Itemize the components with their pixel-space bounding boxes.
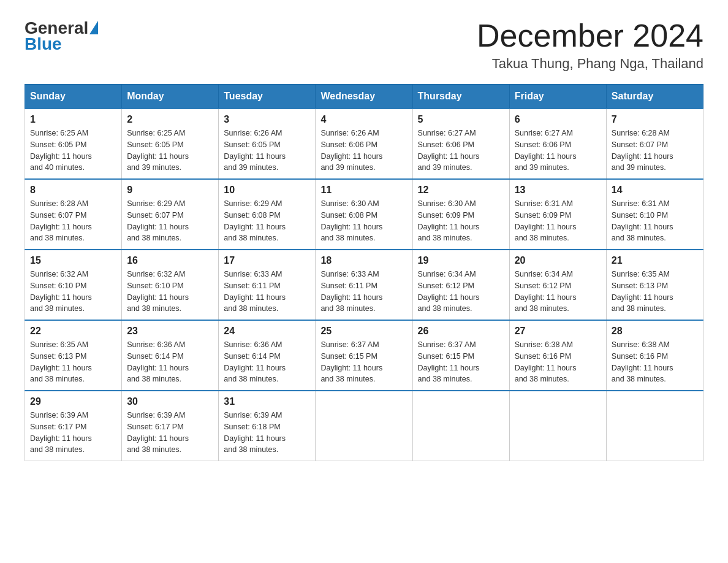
day-cell: 21 Sunrise: 6:35 AM Sunset: 6:13 PM Dayl… — [606, 250, 703, 320]
day-cell: 3 Sunrise: 6:26 AM Sunset: 6:05 PM Dayli… — [219, 109, 316, 179]
day-cell: 23 Sunrise: 6:36 AM Sunset: 6:14 PM Dayl… — [122, 320, 219, 391]
day-info: Sunrise: 6:37 AM Sunset: 6:15 PM Dayligh… — [320, 339, 407, 385]
header-cell-wednesday: Wednesday — [316, 85, 412, 109]
day-info: Sunrise: 6:26 AM Sunset: 6:06 PM Dayligh… — [320, 128, 407, 174]
header-cell-tuesday: Tuesday — [219, 85, 316, 109]
day-number: 7 — [612, 114, 698, 125]
day-cell: 11 Sunrise: 6:30 AM Sunset: 6:08 PM Dayl… — [316, 179, 412, 250]
day-info: Sunrise: 6:31 AM Sunset: 6:09 PM Dayligh… — [515, 198, 601, 244]
day-info: Sunrise: 6:35 AM Sunset: 6:13 PM Dayligh… — [612, 269, 698, 315]
header-cell-sunday: Sunday — [25, 85, 122, 109]
day-cell: 27 Sunrise: 6:38 AM Sunset: 6:16 PM Dayl… — [509, 320, 606, 391]
week-row-4: 22 Sunrise: 6:35 AM Sunset: 6:13 PM Dayl… — [25, 320, 703, 391]
day-cell: 28 Sunrise: 6:38 AM Sunset: 6:16 PM Dayl… — [606, 320, 703, 391]
week-row-2: 8 Sunrise: 6:28 AM Sunset: 6:07 PM Dayli… — [25, 179, 703, 250]
day-cell: 16 Sunrise: 6:32 AM Sunset: 6:10 PM Dayl… — [122, 250, 219, 320]
day-info: Sunrise: 6:39 AM Sunset: 6:17 PM Dayligh… — [30, 410, 116, 456]
day-number: 23 — [127, 326, 213, 337]
location-title: Takua Thung, Phang Nga, Thailand — [477, 56, 703, 72]
day-info: Sunrise: 6:35 AM Sunset: 6:13 PM Dayligh… — [30, 339, 116, 385]
day-number: 3 — [224, 114, 310, 125]
day-info: Sunrise: 6:28 AM Sunset: 6:07 PM Dayligh… — [612, 128, 698, 174]
day-info: Sunrise: 6:25 AM Sunset: 6:05 PM Dayligh… — [127, 128, 213, 174]
day-info: Sunrise: 6:38 AM Sunset: 6:16 PM Dayligh… — [612, 339, 698, 385]
day-info: Sunrise: 6:30 AM Sunset: 6:08 PM Dayligh… — [320, 198, 407, 244]
day-cell — [316, 391, 412, 461]
calendar-table: SundayMondayTuesdayWednesdayThursdayFrid… — [25, 84, 703, 461]
page-header: General Blue December 2024 Takua Thung, … — [25, 18, 703, 72]
day-cell: 1 Sunrise: 6:25 AM Sunset: 6:05 PM Dayli… — [25, 109, 122, 179]
day-cell: 9 Sunrise: 6:29 AM Sunset: 6:07 PM Dayli… — [122, 179, 219, 250]
day-number: 31 — [224, 396, 310, 407]
day-cell: 8 Sunrise: 6:28 AM Sunset: 6:07 PM Dayli… — [25, 179, 122, 250]
day-cell: 5 Sunrise: 6:27 AM Sunset: 6:06 PM Dayli… — [412, 109, 509, 179]
day-info: Sunrise: 6:36 AM Sunset: 6:14 PM Dayligh… — [127, 339, 213, 385]
day-info: Sunrise: 6:32 AM Sunset: 6:10 PM Dayligh… — [127, 269, 213, 315]
day-info: Sunrise: 6:25 AM Sunset: 6:05 PM Dayligh… — [30, 128, 116, 174]
day-number: 13 — [515, 185, 601, 196]
day-cell: 31 Sunrise: 6:39 AM Sunset: 6:18 PM Dayl… — [219, 391, 316, 461]
day-number: 30 — [127, 396, 213, 407]
day-cell: 17 Sunrise: 6:33 AM Sunset: 6:11 PM Dayl… — [219, 250, 316, 320]
day-cell: 13 Sunrise: 6:31 AM Sunset: 6:09 PM Dayl… — [509, 179, 606, 250]
day-cell: 29 Sunrise: 6:39 AM Sunset: 6:17 PM Dayl… — [25, 391, 122, 461]
day-cell: 19 Sunrise: 6:34 AM Sunset: 6:12 PM Dayl… — [412, 250, 509, 320]
day-info: Sunrise: 6:37 AM Sunset: 6:15 PM Dayligh… — [418, 339, 504, 385]
day-cell: 2 Sunrise: 6:25 AM Sunset: 6:05 PM Dayli… — [122, 109, 219, 179]
day-info: Sunrise: 6:34 AM Sunset: 6:12 PM Dayligh… — [515, 269, 601, 315]
day-number: 9 — [127, 185, 213, 196]
day-cell: 15 Sunrise: 6:32 AM Sunset: 6:10 PM Dayl… — [25, 250, 122, 320]
day-info: Sunrise: 6:28 AM Sunset: 6:07 PM Dayligh… — [30, 198, 116, 244]
day-info: Sunrise: 6:39 AM Sunset: 6:17 PM Dayligh… — [127, 410, 213, 456]
day-number: 2 — [127, 114, 213, 125]
logo-blue-container — [88, 21, 98, 36]
day-cell: 24 Sunrise: 6:36 AM Sunset: 6:14 PM Dayl… — [219, 320, 316, 391]
day-number: 10 — [224, 185, 310, 196]
day-info: Sunrise: 6:39 AM Sunset: 6:18 PM Dayligh… — [224, 410, 310, 456]
day-cell: 18 Sunrise: 6:33 AM Sunset: 6:11 PM Dayl… — [316, 250, 412, 320]
day-cell: 25 Sunrise: 6:37 AM Sunset: 6:15 PM Dayl… — [316, 320, 412, 391]
header-cell-saturday: Saturday — [606, 85, 703, 109]
day-info: Sunrise: 6:33 AM Sunset: 6:11 PM Dayligh… — [320, 269, 407, 315]
header-cell-thursday: Thursday — [412, 85, 509, 109]
day-cell: 7 Sunrise: 6:28 AM Sunset: 6:07 PM Dayli… — [606, 109, 703, 179]
day-number: 21 — [612, 255, 698, 266]
day-cell: 22 Sunrise: 6:35 AM Sunset: 6:13 PM Dayl… — [25, 320, 122, 391]
day-cell — [509, 391, 606, 461]
day-cell: 12 Sunrise: 6:30 AM Sunset: 6:09 PM Dayl… — [412, 179, 509, 250]
day-cell: 26 Sunrise: 6:37 AM Sunset: 6:15 PM Dayl… — [412, 320, 509, 391]
day-info: Sunrise: 6:27 AM Sunset: 6:06 PM Dayligh… — [515, 128, 601, 174]
title-block: December 2024 Takua Thung, Phang Nga, Th… — [477, 18, 703, 72]
week-row-5: 29 Sunrise: 6:39 AM Sunset: 6:17 PM Dayl… — [25, 391, 703, 461]
week-row-3: 15 Sunrise: 6:32 AM Sunset: 6:10 PM Dayl… — [25, 250, 703, 320]
logo-triangle-icon — [89, 21, 98, 34]
day-number: 16 — [127, 255, 213, 266]
day-number: 4 — [320, 114, 407, 125]
day-number: 22 — [30, 326, 116, 337]
day-cell: 20 Sunrise: 6:34 AM Sunset: 6:12 PM Dayl… — [509, 250, 606, 320]
day-info: Sunrise: 6:30 AM Sunset: 6:09 PM Dayligh… — [418, 198, 504, 244]
day-number: 12 — [418, 185, 504, 196]
day-cell — [606, 391, 703, 461]
day-cell: 6 Sunrise: 6:27 AM Sunset: 6:06 PM Dayli… — [509, 109, 606, 179]
week-row-1: 1 Sunrise: 6:25 AM Sunset: 6:05 PM Dayli… — [25, 109, 703, 179]
day-info: Sunrise: 6:29 AM Sunset: 6:08 PM Dayligh… — [224, 198, 310, 244]
day-info: Sunrise: 6:38 AM Sunset: 6:16 PM Dayligh… — [515, 339, 601, 385]
logo-blue: Blue — [25, 34, 98, 54]
day-number: 27 — [515, 326, 601, 337]
day-cell: 4 Sunrise: 6:26 AM Sunset: 6:06 PM Dayli… — [316, 109, 412, 179]
day-info: Sunrise: 6:31 AM Sunset: 6:10 PM Dayligh… — [612, 198, 698, 244]
month-title: December 2024 — [477, 18, 703, 53]
day-info: Sunrise: 6:32 AM Sunset: 6:10 PM Dayligh… — [30, 269, 116, 315]
day-cell: 14 Sunrise: 6:31 AM Sunset: 6:10 PM Dayl… — [606, 179, 703, 250]
day-number: 20 — [515, 255, 601, 266]
day-info: Sunrise: 6:26 AM Sunset: 6:05 PM Dayligh… — [224, 128, 310, 174]
header-cell-monday: Monday — [122, 85, 219, 109]
header-cell-friday: Friday — [509, 85, 606, 109]
day-cell — [412, 391, 509, 461]
day-number: 5 — [418, 114, 504, 125]
day-number: 8 — [30, 185, 116, 196]
day-number: 11 — [320, 185, 407, 196]
day-number: 15 — [30, 255, 116, 266]
logo: General Blue — [25, 18, 98, 54]
